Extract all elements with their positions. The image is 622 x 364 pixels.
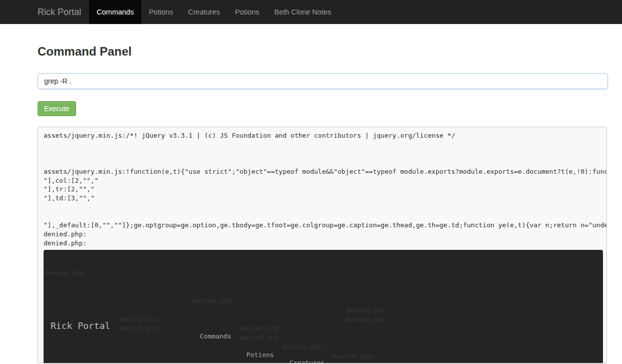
command-output-text: assets/jquery.min.js:/*! jQuery v3.3.1 |…: [38, 127, 606, 248]
denied-label: denied.php:: [44, 269, 87, 276]
nav-item-beth-clone-notes[interactable]: Beth Clone Notes: [267, 0, 339, 24]
execute-button[interactable]: Execute: [38, 101, 76, 116]
denied-label: denied.php:: [282, 343, 325, 350]
denied-label: denied.php:: [118, 324, 161, 332]
command-input[interactable]: [38, 73, 608, 89]
nav-item-creatures[interactable]: Creatures: [181, 0, 228, 24]
rendered-denied-nav-creatures[interactable]: Creatures: [289, 359, 325, 363]
page-title: Command Panel: [38, 24, 608, 58]
navbar-brand[interactable]: Rick Portal: [0, 0, 89, 24]
nav-item-potions-2[interactable]: Potions: [227, 0, 266, 24]
rendered-denied-nav-commands[interactable]: Commands: [200, 332, 231, 340]
main-content: Command Panel Execute assets/jquery.min.…: [38, 24, 608, 363]
denied-label: denied.php:: [118, 315, 161, 323]
denied-label: denied.php:: [239, 334, 282, 341]
command-output-panel: assets/jquery.min.js:/*! jQuery v3.3.1 |…: [38, 127, 607, 363]
denied-label: denied.php:: [192, 297, 235, 304]
denied-label: denied.php:: [239, 324, 282, 332]
denied-label: denied.php:: [332, 352, 375, 360]
top-navbar: Rick Portal Commands Potions Creatures P…: [0, 0, 622, 24]
rendered-denied-nav-potions[interactable]: Potions: [246, 351, 274, 358]
rendered-denied-page: denied.php: denied.php: denied.php: deni…: [44, 250, 603, 363]
denied-label: denied.php:: [346, 316, 389, 323]
denied-label: denied.php:: [346, 306, 389, 314]
nav-item-commands[interactable]: Commands: [89, 0, 141, 24]
nav-item-potions-1[interactable]: Potions: [141, 0, 180, 24]
rendered-denied-brand: Rick Portal: [51, 321, 110, 331]
